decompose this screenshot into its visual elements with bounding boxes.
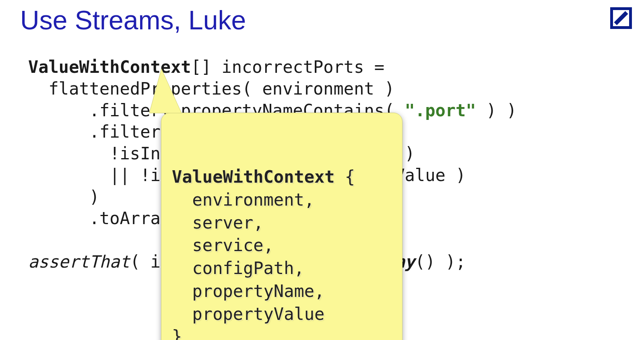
code-text: ) ) xyxy=(476,101,517,120)
code-assert: assertThat xyxy=(28,252,130,272)
callout-tail-icon xyxy=(137,69,202,125)
code-string-literal: ".port" xyxy=(405,101,476,120)
code-text: flattenedProperties( environment ) xyxy=(28,79,394,99)
svg-line-1 xyxy=(615,12,627,24)
deutsche-bank-logo-icon xyxy=(610,7,632,29)
callout-field: environment, xyxy=(172,190,314,210)
callout-text: { xyxy=(335,167,355,187)
callout-field: propertyName, xyxy=(172,281,324,301)
code-text: () ); xyxy=(415,252,466,272)
code-text: [] incorrectPorts = xyxy=(191,57,384,77)
callout-field: configPath, xyxy=(172,258,304,278)
callout-field: server, xyxy=(172,213,264,233)
callout-text: } xyxy=(172,327,182,340)
slide: Use Streams, Luke ValueWithContext[] inc… xyxy=(0,0,644,340)
callout-type: ValueWithContext xyxy=(172,167,335,187)
slide-title: Use Streams, Luke xyxy=(20,5,246,35)
callout-field: propertyValue xyxy=(172,304,324,324)
svg-marker-2 xyxy=(149,69,182,113)
code-text: ) xyxy=(28,187,99,207)
callout-field: service, xyxy=(172,235,274,255)
callout-tooltip: ValueWithContext { environment, server, … xyxy=(161,113,402,340)
